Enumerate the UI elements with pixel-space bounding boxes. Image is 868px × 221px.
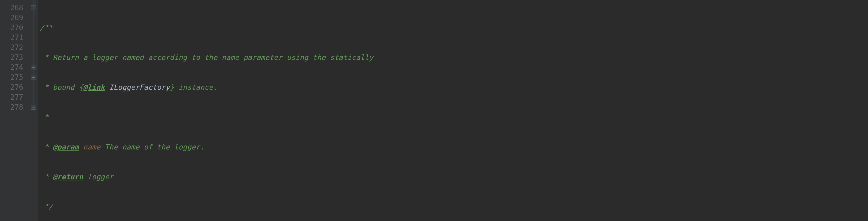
fold-column: − − − −: [30, 0, 38, 221]
line-number[interactable]: 276: [0, 82, 30, 92]
doc-comment-open: /**: [40, 23, 53, 33]
code-line: * Return a logger named according to the…: [40, 52, 868, 63]
line-number[interactable]: 268: [0, 3, 30, 13]
code-area[interactable]: /** * Return a logger named according to…: [38, 0, 868, 221]
code-line: * @param name The name of the logger.: [40, 142, 868, 152]
doc-comment-star: *: [40, 82, 53, 92]
fold-toggle-icon[interactable]: −: [31, 5, 36, 10]
doc-param-tag: @param: [53, 142, 79, 152]
doc-comment-star: *: [40, 172, 53, 182]
doc-comment-star: *: [40, 112, 49, 122]
doc-comment-star: *: [40, 142, 53, 152]
code-line: */: [40, 202, 868, 212]
line-number[interactable]: 273: [0, 52, 30, 63]
fold-toggle-icon[interactable]: −: [31, 105, 36, 110]
line-number[interactable]: 277: [0, 92, 30, 102]
line-number[interactable]: 275: [0, 72, 30, 82]
doc-comment-star: *: [40, 52, 53, 63]
doc-comment-text: } instance.: [170, 82, 217, 92]
fold-toggle-icon[interactable]: −: [31, 65, 36, 70]
doc-comment-text: logger: [83, 172, 114, 182]
code-line: /**: [40, 23, 868, 33]
line-number[interactable]: 272: [0, 42, 30, 52]
fold-toggle-icon[interactable]: −: [31, 75, 36, 80]
doc-link-type: ILoggerFactory: [109, 82, 169, 92]
doc-link-tag: @link: [83, 82, 105, 92]
code-editor: 268 269 270 271 272 273 274 275 276 277 …: [0, 0, 868, 221]
doc-return-tag: @return: [53, 172, 83, 182]
doc-comment-close: */: [40, 202, 53, 212]
doc-param-name: name: [83, 142, 101, 152]
line-number[interactable]: 274: [0, 63, 30, 72]
doc-comment-text: bound {: [53, 82, 83, 92]
doc-comment-text: Return a logger named according to the n…: [53, 52, 373, 63]
code-line: * bound {@link ILoggerFactory} instance.: [40, 82, 868, 92]
gutter: 268 269 270 271 272 273 274 275 276 277 …: [0, 0, 30, 221]
line-number[interactable]: 278: [0, 102, 30, 112]
doc-comment-text: The name of the logger.: [100, 142, 205, 152]
line-number[interactable]: 269: [0, 13, 30, 23]
line-number[interactable]: 271: [0, 33, 30, 42]
code-line: *: [40, 112, 868, 122]
line-number[interactable]: 270: [0, 23, 30, 33]
code-line: * @return logger: [40, 172, 868, 182]
